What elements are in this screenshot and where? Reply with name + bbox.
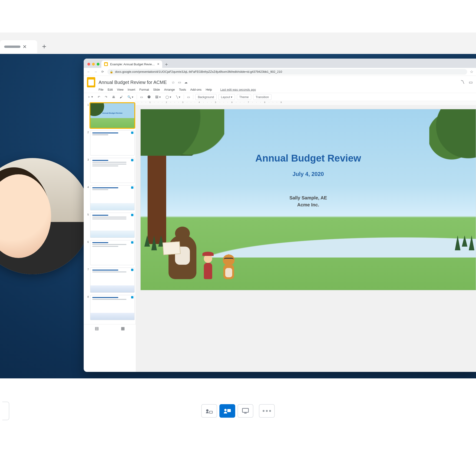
filmstrip-list-view-icon[interactable]: ▤ [95,326,99,331]
outer-browser-tab[interactable]: × [0,40,37,53]
filmstrip-thumb[interactable]: 7 [85,268,135,293]
url-text: docs.google.com/presentation/d/1UOCjaF2q… [115,70,282,73]
line-tool-icon[interactable]: ╲ ▾ [175,95,182,99]
shared-window-google-slides: Example: Annual Budget Revie… × ＋ ← → ⟳ … [84,59,476,372]
menu-edit[interactable]: Edit [108,88,113,91]
filmstrip-thumb[interactable]: 4 [85,185,135,210]
url-field[interactable]: 🔒 docs.google.com/presentation/d/1UOCjaF… [107,69,467,75]
traffic-light-minimize[interactable] [92,63,95,66]
slide-title-text[interactable]: Annual Budget Review [141,153,476,164]
close-icon[interactable]: × [157,62,159,66]
nav-back-icon[interactable]: ← [86,70,91,73]
slide-canvas[interactable]: Annual Budget Review July 4, 2020 Sally … [140,109,476,290]
layout-button[interactable]: Layout ▾ [219,94,235,100]
bookmark-star-icon[interactable]: ☆ [470,69,473,74]
paint-format-icon[interactable]: 🖌 [118,95,124,99]
cloud-badge-icon [131,296,133,298]
comment-icon[interactable]: ▭ [186,95,191,99]
select-tool-icon[interactable]: ▭ [139,95,144,99]
thumb-number: 4 [85,185,89,210]
zoom-dropdown[interactable]: 🔍 ▾ [126,95,135,99]
background-button[interactable]: Background [195,94,216,100]
redo-icon[interactable]: ↷ [103,95,109,99]
avatar-face [0,174,51,258]
slide-characters [169,235,238,279]
cloud-badge-icon [131,187,133,189]
thumb-number: 5 [85,213,89,238]
cloud-badge-icon [131,132,133,134]
filmstrip-thumb[interactable]: 5 [85,213,135,238]
print-icon[interactable]: 🖶 [111,95,117,99]
cloud-badge-icon [131,241,133,244]
menu-help[interactable]: Help [206,88,212,91]
lock-icon: 🔒 [110,70,113,73]
slide-editor: · · · 1 · · · 2 · · · 3 · · · 4 · · · 5 … [136,101,476,372]
menu-format[interactable]: Format [139,88,149,91]
close-icon[interactable]: × [23,43,27,51]
theme-button[interactable]: Theme [237,94,251,100]
mode-screen-only-button[interactable] [238,404,253,418]
traffic-light-zoom[interactable] [97,63,100,66]
new-tab-button[interactable]: + [40,43,48,51]
textbox-tool-icon[interactable]: 🅣 [146,95,152,99]
menu-slide[interactable]: Slide [153,88,160,91]
transition-button[interactable]: Transition [253,94,272,100]
filmstrip-thumb[interactable]: 1 Annual Budget Review [85,103,135,128]
menu-file[interactable]: File [99,88,103,91]
svg-rect-1 [209,411,212,413]
filmstrip[interactable]: 1 Annual Budget Review 2 3 4 [84,101,136,324]
thumb-title: Annual Budget Review [90,112,134,114]
new-slide-button[interactable]: ＋ ▾ [86,94,94,100]
nav-forward-icon[interactable]: → [93,70,98,73]
image-tool-icon[interactable]: 🖼 ▾ [154,95,162,99]
last-edit-text[interactable]: Last edit was seconds ago [220,88,256,91]
left-panel-handle[interactable] [2,402,9,420]
inner-browser-tabstrip: Example: Annual Budget Revie… × ＋ [84,59,476,68]
undo-icon[interactable]: ↶ [96,95,102,99]
outer-browser-tabstrip: × + [0,33,476,53]
star-icon[interactable]: ☆ [171,80,175,85]
menu-view[interactable]: View [117,88,123,91]
move-icon[interactable]: ▭ [178,80,181,84]
inner-tab-title: Example: Annual Budget Revie… [110,63,155,66]
slide-presenter-text[interactable]: Sally Sample, AE Acme Inc. [141,194,476,208]
menu-arrange[interactable]: Arrange [164,88,175,91]
thumb-number: 3 [85,158,89,183]
slides-header: Annual Budget Review for ACME ☆ ▭ ☁ 〽 ▭ [84,76,476,88]
shape-tool-icon[interactable]: ◯ ▾ [164,95,173,99]
filmstrip-thumb[interactable]: 2 [85,130,135,155]
slides-menubar: File Edit View Insert Format Slide Arran… [84,88,476,93]
slide-date-text[interactable]: July 4, 2020 [141,171,476,177]
thumb-number: 2 [85,130,89,155]
mode-camera-and-screen-button[interactable] [220,404,235,418]
filmstrip-thumb[interactable]: 6 [85,240,135,265]
activity-icon[interactable]: 〽 [460,80,465,85]
meeting-control-bar [0,397,476,425]
menu-insert[interactable]: Insert [128,88,135,91]
slide-canvas-wrap[interactable]: Annual Budget Review July 4, 2020 Sally … [136,105,476,372]
inner-address-bar: ← → ⟳ 🔒 docs.google.com/presentation/d/1… [84,68,476,76]
document-title[interactable]: Annual Budget Review for ACME [99,80,167,85]
inner-new-tab-button[interactable]: ＋ [163,61,170,68]
filmstrip-view-toggle: ▤ ▦ [84,324,136,332]
slides-favicon-icon [104,62,108,66]
nav-reload-icon[interactable]: ⟳ [101,70,105,73]
slide-pines-left [144,236,164,250]
presenter-video-bubble[interactable] [0,158,91,274]
more-options-button[interactable] [259,404,275,418]
menu-tools[interactable]: Tools [179,88,186,91]
bear-character-icon [169,235,196,279]
thumb-number: 8 [85,295,89,320]
comments-icon[interactable]: ▭ [469,80,473,85]
menu-addons[interactable]: Add-ons [190,88,202,91]
layout-mode-group [201,404,275,418]
mode-camera-only-button[interactable] [201,404,217,418]
filmstrip-thumb[interactable]: 8 [85,295,135,320]
horizontal-ruler: · · · 1 · · · 2 · · · 3 · · · 4 · · · 5 … [136,101,476,105]
traffic-light-close[interactable] [87,63,90,66]
filmstrip-col: 1 Annual Budget Review 2 3 4 [84,101,136,372]
inner-browser-tab[interactable]: Example: Annual Budget Revie… × [101,60,162,68]
filmstrip-grid-view-icon[interactable]: ▦ [121,326,125,331]
filmstrip-thumb[interactable]: 3 [85,158,135,183]
fox-character-icon [220,251,238,279]
